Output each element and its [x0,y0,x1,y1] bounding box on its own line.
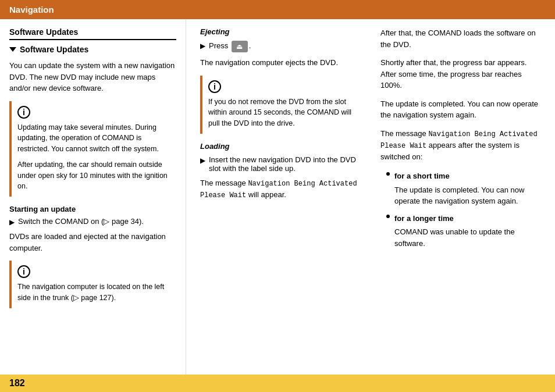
arrow-icon-eject: ▶ [200,42,205,50]
bullet2-text: COMAND was unable to update the software… [394,226,541,249]
loading-heading: Loading [200,142,361,151]
right-para2: Shortly after that, the progress bar app… [380,57,541,91]
info-box-eject: i If you do not remove the DVD from the … [200,76,361,134]
subsection-title: Software Updates [9,45,176,54]
right-para3: The update is completed. You can now ope… [380,98,541,121]
subsection-title-text: Software Updates [20,45,88,54]
message-prefix: The message [380,129,426,138]
info-text-2: The navigation computer is located on th… [17,281,170,304]
info-text-1b: After updating, the car should remain ou… [17,159,170,192]
bullet-dot-2 [386,215,390,218]
arrow-icon-1: ▶ [9,218,15,226]
bullet-2-content: for a longer time COMAND was unable to u… [394,212,541,250]
bullet-dot-1 [386,172,390,176]
loading-action-text: Insert the new navigation DVD into the D… [209,155,361,173]
triangle-down-icon [9,47,16,52]
middle-column: Ejecting ▶ Press ⏏ . The navigation comp… [200,27,367,366]
loading-message: The message Navigation Being Activated P… [200,177,361,201]
arrow-icon-loading: ▶ [200,156,205,165]
right-column: After that, the COMAND loads the softwar… [380,27,541,366]
bullet-list: for a short time The update is completed… [380,169,541,249]
action1-text: Switch the COMAND on (▷ page 34). [18,217,144,226]
page-footer: 182 [0,375,555,392]
message-line: The message Navigation Being Activated P… [380,128,541,163]
bullet1-text: The update is completed. You can now ope… [394,184,541,207]
section-title: Software Updates [9,27,176,40]
starting-update-heading: Starting an update [9,205,176,213]
dvds-loaded-text: DVDs are loaded and ejected at the navig… [9,231,176,254]
loading-action: ▶ Insert the new navigation DVD into the… [200,155,361,173]
bullet-item-2: for a longer time COMAND was unable to u… [386,212,541,250]
info-icon-1: i [17,106,30,119]
info-icon-2: i [17,265,30,278]
bullet1-heading: for a short time [394,170,541,182]
main-content: Ejecting ▶ Press ⏏ . The navigation comp… [186,19,555,375]
page-wrapper: Navigation Software Updates Software Upd… [0,0,555,392]
press-label: Press ⏏ . [209,41,251,52]
info-icon-eject: i [208,80,221,93]
bullet-1-content: for a short time The update is completed… [394,169,541,207]
page-number: 182 [9,378,25,389]
eject-symbol: ⏏ [236,43,243,50]
right-para1: After that, the COMAND loads the softwar… [380,27,541,50]
bullet-item-1: for a short time The update is completed… [386,169,541,207]
loading-message-prefix: The message [200,179,246,187]
eject-info-text: If you do not remove the DVD from the sl… [208,97,355,129]
page-header: Navigation [0,0,555,19]
action-item-1: ▶ Switch the COMAND on (▷ page 34). [9,217,176,226]
info-box-2: i The navigation computer is located on … [9,261,176,308]
eject-action: ▶ Press ⏏ . [200,41,361,52]
intro-text: You can update the system with a new nav… [9,60,176,94]
header-title: Navigation [9,5,54,15]
eject-button-icon: ⏏ [232,41,248,52]
info-text-1a: Updating may take several minutes. Durin… [17,122,170,155]
info-box-1: i Updating may take several minutes. Dur… [9,101,176,197]
left-sidebar: Software Updates Software Updates You ca… [0,19,186,375]
loading-will-appear: will appear. [248,190,286,199]
bullet2-heading: for a longer time [394,213,541,224]
ejecting-heading: Ejecting [200,27,361,36]
content-area: Software Updates Software Updates You ca… [0,19,555,375]
eject-result-text: The navigation computer ejects the DVD. [200,57,361,69]
